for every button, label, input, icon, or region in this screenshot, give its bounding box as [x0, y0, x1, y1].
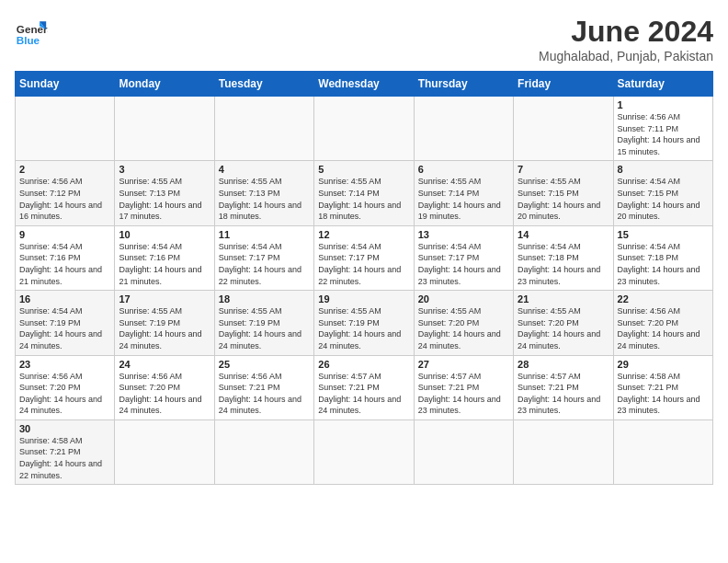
day-number: 27	[418, 359, 509, 370]
cell-info: Sunrise: 4:55 AM Sunset: 7:14 PM Dayligh…	[418, 176, 509, 222]
day-number: 17	[119, 293, 210, 304]
calendar-cell	[613, 419, 712, 484]
title-block: June 2024 Mughalabad, Punjab, Pakistan	[539, 15, 713, 63]
cell-info: Sunrise: 4:55 AM Sunset: 7:13 PM Dayligh…	[219, 176, 310, 222]
calendar-cell: 15Sunrise: 4:54 AM Sunset: 7:18 PM Dayli…	[613, 225, 712, 290]
day-number: 29	[618, 359, 709, 370]
cell-info: Sunrise: 4:56 AM Sunset: 7:20 PM Dayligh…	[618, 305, 709, 351]
cell-info: Sunrise: 4:54 AM Sunset: 7:17 PM Dayligh…	[318, 241, 409, 287]
calendar-cell: 25Sunrise: 4:56 AM Sunset: 7:21 PM Dayli…	[214, 355, 313, 419]
cell-info: Sunrise: 4:57 AM Sunset: 7:21 PM Dayligh…	[518, 371, 609, 417]
calendar-cell: 19Sunrise: 4:55 AM Sunset: 7:19 PM Dayli…	[314, 291, 414, 355]
cell-info: Sunrise: 4:54 AM Sunset: 7:15 PM Dayligh…	[618, 176, 709, 222]
calendar-cell	[414, 97, 513, 161]
cell-info: Sunrise: 4:54 AM Sunset: 7:19 PM Dayligh…	[19, 305, 110, 351]
day-number: 7	[518, 164, 609, 175]
calendar-cell: 1Sunrise: 4:56 AM Sunset: 7:11 PM Daylig…	[613, 97, 712, 161]
cell-info: Sunrise: 4:55 AM Sunset: 7:14 PM Dayligh…	[318, 176, 409, 222]
calendar-cell	[414, 419, 513, 484]
calendar-cell	[314, 419, 414, 484]
month-title: June 2024	[539, 15, 713, 49]
day-number: 13	[418, 229, 509, 240]
week-row-4: 23Sunrise: 4:56 AM Sunset: 7:20 PM Dayli…	[16, 355, 713, 419]
calendar-cell: 22Sunrise: 4:56 AM Sunset: 7:20 PM Dayli…	[613, 291, 712, 355]
calendar-cell	[115, 97, 214, 161]
logo-icon: General Blue	[15, 15, 48, 48]
day-number: 11	[219, 229, 310, 240]
calendar-cell: 30Sunrise: 4:58 AM Sunset: 7:21 PM Dayli…	[16, 419, 115, 484]
cell-info: Sunrise: 4:58 AM Sunset: 7:21 PM Dayligh…	[618, 371, 709, 417]
calendar-cell: 10Sunrise: 4:54 AM Sunset: 7:16 PM Dayli…	[115, 225, 214, 290]
calendar-cell	[514, 97, 613, 161]
cell-info: Sunrise: 4:57 AM Sunset: 7:21 PM Dayligh…	[418, 371, 509, 417]
calendar-cell	[214, 97, 313, 161]
week-row-5: 30Sunrise: 4:58 AM Sunset: 7:21 PM Dayli…	[16, 419, 713, 484]
day-number: 9	[19, 229, 110, 240]
day-number: 20	[418, 293, 509, 304]
day-number: 18	[219, 293, 310, 304]
cell-info: Sunrise: 4:56 AM Sunset: 7:20 PM Dayligh…	[19, 371, 110, 417]
weekday-header-sunday: Sunday	[16, 72, 115, 97]
day-number: 4	[219, 164, 310, 175]
week-row-2: 9Sunrise: 4:54 AM Sunset: 7:16 PM Daylig…	[16, 225, 713, 290]
cell-info: Sunrise: 4:54 AM Sunset: 7:18 PM Dayligh…	[618, 241, 709, 287]
cell-info: Sunrise: 4:55 AM Sunset: 7:19 PM Dayligh…	[318, 305, 409, 351]
calendar-cell: 12Sunrise: 4:54 AM Sunset: 7:17 PM Dayli…	[314, 225, 414, 290]
calendar-cell: 4Sunrise: 4:55 AM Sunset: 7:13 PM Daylig…	[214, 161, 313, 225]
day-number: 1	[618, 99, 709, 110]
cell-info: Sunrise: 4:54 AM Sunset: 7:16 PM Dayligh…	[119, 241, 210, 287]
cell-info: Sunrise: 4:55 AM Sunset: 7:19 PM Dayligh…	[219, 305, 310, 351]
day-number: 26	[318, 359, 409, 370]
calendar-body: 1Sunrise: 4:56 AM Sunset: 7:11 PM Daylig…	[16, 97, 713, 485]
calendar-cell: 13Sunrise: 4:54 AM Sunset: 7:17 PM Dayli…	[414, 225, 513, 290]
cell-info: Sunrise: 4:55 AM Sunset: 7:20 PM Dayligh…	[418, 305, 509, 351]
calendar-cell: 28Sunrise: 4:57 AM Sunset: 7:21 PM Dayli…	[514, 355, 613, 419]
weekday-header-friday: Friday	[514, 72, 613, 97]
cell-info: Sunrise: 4:55 AM Sunset: 7:13 PM Dayligh…	[119, 176, 210, 222]
cell-info: Sunrise: 4:54 AM Sunset: 7:16 PM Dayligh…	[19, 241, 110, 287]
day-number: 22	[618, 293, 709, 304]
week-row-3: 16Sunrise: 4:54 AM Sunset: 7:19 PM Dayli…	[16, 291, 713, 355]
cell-info: Sunrise: 4:56 AM Sunset: 7:20 PM Dayligh…	[119, 371, 210, 417]
calendar-table: SundayMondayTuesdayWednesdayThursdayFrid…	[15, 71, 713, 485]
cell-info: Sunrise: 4:54 AM Sunset: 7:18 PM Dayligh…	[518, 241, 609, 287]
calendar-cell: 7Sunrise: 4:55 AM Sunset: 7:15 PM Daylig…	[514, 161, 613, 225]
day-number: 14	[518, 229, 609, 240]
calendar-cell	[514, 419, 613, 484]
weekday-header-tuesday: Tuesday	[214, 72, 313, 97]
calendar-cell: 2Sunrise: 4:56 AM Sunset: 7:12 PM Daylig…	[16, 161, 115, 225]
calendar-cell: 9Sunrise: 4:54 AM Sunset: 7:16 PM Daylig…	[16, 225, 115, 290]
calendar-cell: 5Sunrise: 4:55 AM Sunset: 7:14 PM Daylig…	[314, 161, 414, 225]
calendar-cell: 3Sunrise: 4:55 AM Sunset: 7:13 PM Daylig…	[115, 161, 214, 225]
day-number: 12	[318, 229, 409, 240]
calendar-cell: 21Sunrise: 4:55 AM Sunset: 7:20 PM Dayli…	[514, 291, 613, 355]
calendar-cell: 18Sunrise: 4:55 AM Sunset: 7:19 PM Dayli…	[214, 291, 313, 355]
calendar-cell: 14Sunrise: 4:54 AM Sunset: 7:18 PM Dayli…	[514, 225, 613, 290]
cell-info: Sunrise: 4:56 AM Sunset: 7:21 PM Dayligh…	[219, 371, 310, 417]
day-number: 8	[618, 164, 709, 175]
calendar-cell	[16, 97, 115, 161]
calendar-cell: 11Sunrise: 4:54 AM Sunset: 7:17 PM Dayli…	[214, 225, 313, 290]
calendar-cell: 27Sunrise: 4:57 AM Sunset: 7:21 PM Dayli…	[414, 355, 513, 419]
day-number: 24	[119, 359, 210, 370]
calendar-cell: 23Sunrise: 4:56 AM Sunset: 7:20 PM Dayli…	[16, 355, 115, 419]
weekday-header-monday: Monday	[115, 72, 214, 97]
day-number: 25	[219, 359, 310, 370]
day-number: 23	[19, 359, 110, 370]
header: General Blue June 2024 Mughalabad, Punja…	[15, 15, 713, 63]
day-number: 28	[518, 359, 609, 370]
day-number: 16	[19, 293, 110, 304]
cell-info: Sunrise: 4:54 AM Sunset: 7:17 PM Dayligh…	[418, 241, 509, 287]
calendar-cell: 20Sunrise: 4:55 AM Sunset: 7:20 PM Dayli…	[414, 291, 513, 355]
calendar-cell: 8Sunrise: 4:54 AM Sunset: 7:15 PM Daylig…	[613, 161, 712, 225]
logo: General Blue	[15, 15, 48, 48]
weekday-header-saturday: Saturday	[613, 72, 712, 97]
weekday-header-wednesday: Wednesday	[314, 72, 414, 97]
calendar-cell	[314, 97, 414, 161]
day-number: 2	[19, 164, 110, 175]
svg-text:Blue: Blue	[17, 34, 40, 46]
calendar-cell	[115, 419, 214, 484]
calendar-cell: 29Sunrise: 4:58 AM Sunset: 7:21 PM Dayli…	[613, 355, 712, 419]
cell-info: Sunrise: 4:54 AM Sunset: 7:17 PM Dayligh…	[219, 241, 310, 287]
week-row-1: 2Sunrise: 4:56 AM Sunset: 7:12 PM Daylig…	[16, 161, 713, 225]
